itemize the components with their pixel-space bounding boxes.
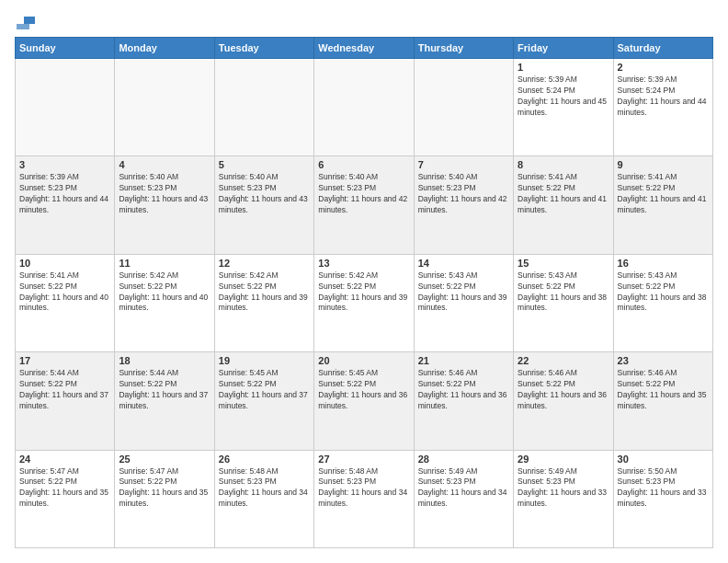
logo bbox=[15, 15, 35, 29]
day-info: Sunrise: 5:39 AM Sunset: 5:23 PM Dayligh… bbox=[19, 172, 110, 216]
calendar-cell: 6Sunrise: 5:40 AM Sunset: 5:23 PM Daylig… bbox=[314, 156, 414, 254]
calendar-cell: 25Sunrise: 5:47 AM Sunset: 5:22 PM Dayli… bbox=[115, 450, 214, 547]
calendar-cell: 12Sunrise: 5:42 AM Sunset: 5:22 PM Dayli… bbox=[214, 254, 313, 351]
calendar-week-4: 17Sunrise: 5:44 AM Sunset: 5:22 PM Dayli… bbox=[16, 352, 713, 450]
calendar-cell: 19Sunrise: 5:45 AM Sunset: 5:22 PM Dayli… bbox=[214, 352, 313, 450]
day-number: 5 bbox=[219, 159, 310, 170]
weekday-header-row: SundayMondayTuesdayWednesdayThursdayFrid… bbox=[16, 38, 713, 59]
calendar-cell: 15Sunrise: 5:43 AM Sunset: 5:22 PM Dayli… bbox=[514, 254, 613, 351]
calendar-cell: 28Sunrise: 5:49 AM Sunset: 5:23 PM Dayli… bbox=[414, 450, 513, 547]
calendar-cell: 1Sunrise: 5:39 AM Sunset: 5:24 PM Daylig… bbox=[514, 59, 613, 156]
day-info: Sunrise: 5:40 AM Sunset: 5:23 PM Dayligh… bbox=[318, 172, 409, 216]
day-number: 1 bbox=[518, 62, 609, 73]
svg-marker-1 bbox=[17, 24, 29, 29]
day-number: 28 bbox=[418, 454, 509, 465]
day-info: Sunrise: 5:43 AM Sunset: 5:22 PM Dayligh… bbox=[618, 270, 709, 315]
day-info: Sunrise: 5:46 AM Sunset: 5:22 PM Dayligh… bbox=[418, 368, 509, 412]
calendar-cell: 23Sunrise: 5:46 AM Sunset: 5:22 PM Dayli… bbox=[613, 352, 712, 450]
day-info: Sunrise: 5:41 AM Sunset: 5:22 PM Dayligh… bbox=[518, 172, 609, 216]
day-number: 10 bbox=[19, 258, 110, 269]
page: SundayMondayTuesdayWednesdayThursdayFrid… bbox=[0, 0, 728, 563]
day-number: 4 bbox=[119, 159, 210, 170]
day-number: 17 bbox=[19, 355, 110, 366]
calendar-cell: 29Sunrise: 5:49 AM Sunset: 5:23 PM Dayli… bbox=[514, 450, 613, 547]
weekday-header-sunday: Sunday bbox=[16, 38, 115, 59]
day-number: 18 bbox=[119, 355, 210, 366]
weekday-header-monday: Monday bbox=[115, 38, 214, 59]
weekday-header-tuesday: Tuesday bbox=[214, 38, 313, 59]
day-info: Sunrise: 5:50 AM Sunset: 5:23 PM Dayligh… bbox=[618, 466, 709, 511]
calendar-week-3: 10Sunrise: 5:41 AM Sunset: 5:22 PM Dayli… bbox=[16, 254, 713, 351]
calendar-cell: 14Sunrise: 5:43 AM Sunset: 5:22 PM Dayli… bbox=[414, 254, 513, 351]
day-number: 8 bbox=[518, 159, 609, 170]
day-number: 20 bbox=[318, 355, 409, 366]
day-number: 15 bbox=[518, 258, 609, 269]
calendar-cell: 18Sunrise: 5:44 AM Sunset: 5:22 PM Dayli… bbox=[115, 352, 214, 450]
day-info: Sunrise: 5:44 AM Sunset: 5:22 PM Dayligh… bbox=[119, 368, 210, 412]
day-info: Sunrise: 5:45 AM Sunset: 5:22 PM Dayligh… bbox=[219, 368, 310, 412]
day-info: Sunrise: 5:48 AM Sunset: 5:23 PM Dayligh… bbox=[219, 466, 310, 511]
day-number: 19 bbox=[219, 355, 310, 366]
day-info: Sunrise: 5:47 AM Sunset: 5:22 PM Dayligh… bbox=[119, 466, 210, 511]
day-info: Sunrise: 5:40 AM Sunset: 5:23 PM Dayligh… bbox=[119, 172, 210, 216]
day-number: 30 bbox=[618, 454, 709, 465]
day-number: 13 bbox=[318, 258, 409, 269]
day-number: 25 bbox=[119, 454, 210, 465]
day-info: Sunrise: 5:42 AM Sunset: 5:22 PM Dayligh… bbox=[318, 270, 409, 315]
day-info: Sunrise: 5:42 AM Sunset: 5:22 PM Dayligh… bbox=[119, 270, 210, 315]
calendar-cell: 10Sunrise: 5:41 AM Sunset: 5:22 PM Dayli… bbox=[16, 254, 115, 351]
logo-icon bbox=[17, 15, 35, 29]
calendar-week-2: 3Sunrise: 5:39 AM Sunset: 5:23 PM Daylig… bbox=[16, 156, 713, 254]
day-number: 12 bbox=[219, 258, 310, 269]
day-info: Sunrise: 5:39 AM Sunset: 5:24 PM Dayligh… bbox=[518, 75, 609, 119]
day-number: 6 bbox=[318, 159, 409, 170]
day-info: Sunrise: 5:43 AM Sunset: 5:22 PM Dayligh… bbox=[418, 270, 509, 315]
calendar-cell: 5Sunrise: 5:40 AM Sunset: 5:23 PM Daylig… bbox=[214, 156, 313, 254]
calendar-cell: 24Sunrise: 5:47 AM Sunset: 5:22 PM Dayli… bbox=[16, 450, 115, 547]
day-number: 22 bbox=[518, 355, 609, 366]
day-info: Sunrise: 5:44 AM Sunset: 5:22 PM Dayligh… bbox=[19, 368, 110, 412]
day-info: Sunrise: 5:40 AM Sunset: 5:23 PM Dayligh… bbox=[418, 172, 509, 216]
calendar-week-1: 1Sunrise: 5:39 AM Sunset: 5:24 PM Daylig… bbox=[16, 59, 713, 156]
day-info: Sunrise: 5:41 AM Sunset: 5:22 PM Dayligh… bbox=[618, 172, 709, 216]
weekday-header-friday: Friday bbox=[514, 38, 613, 59]
day-number: 3 bbox=[19, 159, 110, 170]
day-number: 14 bbox=[418, 258, 509, 269]
day-info: Sunrise: 5:40 AM Sunset: 5:23 PM Dayligh… bbox=[219, 172, 310, 216]
day-number: 11 bbox=[119, 258, 210, 269]
day-number: 21 bbox=[418, 355, 509, 366]
svg-marker-0 bbox=[24, 17, 35, 24]
day-info: Sunrise: 5:46 AM Sunset: 5:22 PM Dayligh… bbox=[618, 368, 709, 412]
day-number: 16 bbox=[618, 258, 709, 269]
calendar-cell: 16Sunrise: 5:43 AM Sunset: 5:22 PM Dayli… bbox=[613, 254, 712, 351]
calendar-cell: 3Sunrise: 5:39 AM Sunset: 5:23 PM Daylig… bbox=[16, 156, 115, 254]
calendar-cell: 30Sunrise: 5:50 AM Sunset: 5:23 PM Dayli… bbox=[613, 450, 712, 547]
calendar-cell bbox=[16, 59, 115, 156]
day-info: Sunrise: 5:48 AM Sunset: 5:23 PM Dayligh… bbox=[318, 466, 409, 511]
calendar-cell: 27Sunrise: 5:48 AM Sunset: 5:23 PM Dayli… bbox=[314, 450, 414, 547]
day-info: Sunrise: 5:49 AM Sunset: 5:23 PM Dayligh… bbox=[518, 466, 609, 511]
weekday-header-wednesday: Wednesday bbox=[314, 38, 414, 59]
calendar-cell: 13Sunrise: 5:42 AM Sunset: 5:22 PM Dayli… bbox=[314, 254, 414, 351]
calendar-cell: 21Sunrise: 5:46 AM Sunset: 5:22 PM Dayli… bbox=[414, 352, 513, 450]
day-number: 7 bbox=[418, 159, 509, 170]
header bbox=[15, 15, 713, 29]
calendar-cell: 4Sunrise: 5:40 AM Sunset: 5:23 PM Daylig… bbox=[115, 156, 214, 254]
calendar-cell: 22Sunrise: 5:46 AM Sunset: 5:22 PM Dayli… bbox=[514, 352, 613, 450]
day-info: Sunrise: 5:49 AM Sunset: 5:23 PM Dayligh… bbox=[418, 466, 509, 511]
calendar-cell bbox=[115, 59, 214, 156]
calendar-cell: 9Sunrise: 5:41 AM Sunset: 5:22 PM Daylig… bbox=[613, 156, 712, 254]
day-info: Sunrise: 5:45 AM Sunset: 5:22 PM Dayligh… bbox=[318, 368, 409, 412]
calendar-table: SundayMondayTuesdayWednesdayThursdayFrid… bbox=[15, 37, 713, 548]
calendar-cell: 7Sunrise: 5:40 AM Sunset: 5:23 PM Daylig… bbox=[414, 156, 513, 254]
day-number: 29 bbox=[518, 454, 609, 465]
day-number: 27 bbox=[318, 454, 409, 465]
day-number: 2 bbox=[618, 62, 709, 73]
weekday-header-thursday: Thursday bbox=[414, 38, 513, 59]
weekday-header-saturday: Saturday bbox=[613, 38, 712, 59]
calendar-cell: 26Sunrise: 5:48 AM Sunset: 5:23 PM Dayli… bbox=[214, 450, 313, 547]
calendar-cell bbox=[414, 59, 513, 156]
day-info: Sunrise: 5:46 AM Sunset: 5:22 PM Dayligh… bbox=[518, 368, 609, 412]
calendar-cell: 20Sunrise: 5:45 AM Sunset: 5:22 PM Dayli… bbox=[314, 352, 414, 450]
calendar-cell bbox=[214, 59, 313, 156]
